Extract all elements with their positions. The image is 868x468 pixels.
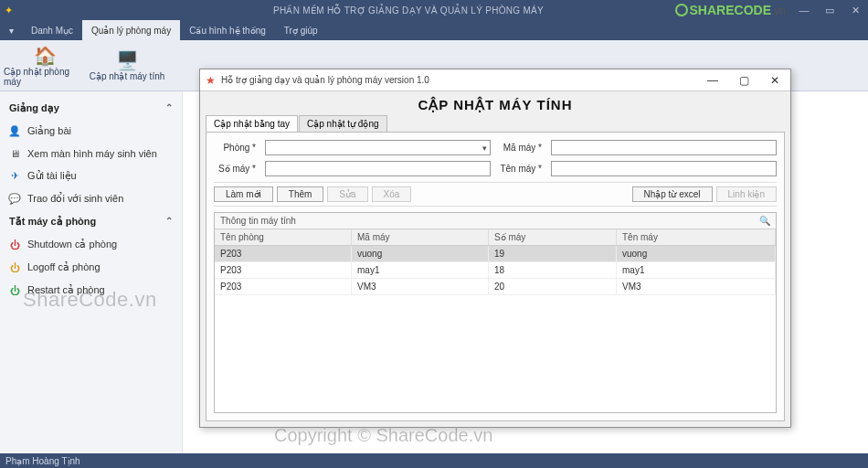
sidebar-item-traodoi[interactable]: 💬 Trao đổi với sinh viên <box>0 187 182 210</box>
dialog-maximize-button[interactable]: ▢ <box>728 74 759 87</box>
sidebar: Giảng dạy ⌃ 👤 Giảng bài 🖥 Xem màn hình m… <box>0 91 183 453</box>
cell-tenphong: P203 <box>215 262 352 278</box>
sidebar-item-giangbai[interactable]: 👤 Giảng bài <box>0 120 182 143</box>
sidebar-item-label: Shutdown cả phòng <box>27 239 117 250</box>
cell-somay: 18 <box>489 262 617 278</box>
ribbon-capnhatmaytinh[interactable]: 🖥️ Cập nhật máy tính <box>86 42 168 89</box>
power-icon: ⏻ <box>7 239 22 250</box>
ribbon-label-2: Cập nhật máy tính <box>90 71 165 81</box>
sidebar-group1-title: Giảng dạy <box>9 102 59 114</box>
sidebar-item-shutdown[interactable]: ⏻ Shutdown cả phòng <box>0 233 182 256</box>
btn-xoa: Xóa <box>372 186 412 202</box>
button-row: Làm mới Thêm Sửa Xóa Nhập từ excel Linh … <box>214 182 777 207</box>
btn-sua: Sửa <box>327 186 367 202</box>
dialog-tabs: Cập nhật bằng tay Cập nhật tự động <box>200 115 790 132</box>
menu-quanlyphongmay[interactable]: Quản lý phòng máy <box>82 20 180 40</box>
computer-icon: 🖥️ <box>116 49 139 71</box>
label-somay: Số máy * <box>214 164 256 174</box>
cell-somay: 20 <box>489 279 617 294</box>
dialog-titlebar: ★ Hỗ trợ giảng dạy và quản lý phòng máy … <box>200 69 790 91</box>
sidebar-group-giangday[interactable]: Giảng dạy ⌃ <box>0 97 182 120</box>
sidebar-item-label: Gửi tài liệu <box>27 170 77 182</box>
cell-tenmay: may1 <box>617 262 776 278</box>
dialog-close-button[interactable]: ✕ <box>759 74 790 87</box>
brand-logo: SHARECODE.vn <box>675 3 786 17</box>
input-tenmay[interactable] <box>551 161 777 176</box>
sidebar-group2-title: Tắt máy cả phòng <box>9 216 96 228</box>
power-icon: ⏻ <box>7 285 22 296</box>
dialog-tab-body: Phòng * ▾ Mã máy * Số máy * Tên máy * Là… <box>206 132 785 421</box>
sidebar-item-xemmanhinh[interactable]: 🖥 Xem màn hình máy sinh viên <box>0 143 182 165</box>
menu-danhmuc[interactable]: Danh Mục <box>22 20 82 40</box>
grid-header: Tên phòng Mã máy Số máy Tên máy <box>215 229 776 246</box>
sidebar-item-guitailieu[interactable]: ✈ Gửi tài liệu <box>0 165 182 187</box>
label-mamay: Mã máy * <box>500 143 542 153</box>
btn-lammoi[interactable]: Làm mới <box>214 186 273 202</box>
col-tenphong[interactable]: Tên phòng <box>215 229 352 245</box>
btn-nhapexcel[interactable]: Nhập từ excel <box>632 186 713 202</box>
menu-cauhinh[interactable]: Cấu hình hệ thống <box>180 20 275 40</box>
col-mamay[interactable]: Mã máy <box>352 229 489 245</box>
input-somay[interactable] <box>265 161 491 176</box>
cell-mamay: may1 <box>352 262 489 278</box>
room-icon: 🏠 <box>34 45 57 67</box>
table-row[interactable]: P203VM320VM3 <box>215 279 776 295</box>
sidebar-item-label: Logoff cả phòng <box>27 261 101 273</box>
sidebar-item-restart[interactable]: ⏻ Restart cả phòng <box>0 279 182 302</box>
cell-mamay: vuong <box>352 246 489 261</box>
dialog-heading: CẬP NHẬT MÁY TÍNH <box>200 91 790 115</box>
sidebar-group-tatmay[interactable]: Tắt máy cả phòng ⌃ <box>0 210 182 233</box>
chevron-up-icon: ⌃ <box>165 216 173 228</box>
minimize-button[interactable]: — <box>791 5 817 16</box>
combo-phong[interactable]: ▾ <box>265 140 491 155</box>
status-user: Phạm Hoàng Tịnh <box>5 456 80 466</box>
tab-capnhatbangtay[interactable]: Cập nhật bằng tay <box>206 115 298 132</box>
tab-capnhattudong[interactable]: Cập nhật tự động <box>299 115 386 132</box>
btn-them[interactable]: Thêm <box>277 186 324 202</box>
cell-somay: 19 <box>489 246 617 261</box>
app-icon: ✦ <box>0 5 16 16</box>
chevron-down-icon: ▾ <box>482 144 487 153</box>
dialog-title: Hỗ trợ giảng dạy và quản lý phòng máy ve… <box>221 75 697 85</box>
cell-tenphong: P203 <box>215 246 352 261</box>
grid-thongtinmaytinh: Thông tin máy tính 🔍 Tên phòng Mã máy Số… <box>214 212 777 413</box>
dialog-minimize-button[interactable]: — <box>697 74 728 87</box>
maximize-button[interactable]: ▭ <box>817 5 842 16</box>
label-phong: Phòng * <box>214 143 256 153</box>
person-icon: 👤 <box>7 125 22 137</box>
cell-tenmay: vuong <box>617 246 776 261</box>
cell-tenmay: VM3 <box>617 279 776 294</box>
chat-icon: 💬 <box>7 193 22 205</box>
star-icon: ★ <box>206 74 216 87</box>
chevron-up-icon: ⌃ <box>165 102 173 114</box>
input-mamay[interactable] <box>551 140 777 155</box>
app-titlebar: ✦ PHẦN MỀM HỖ TRỢ GIẢNG DẠY VÀ QUẢN LÝ P… <box>0 0 868 20</box>
statusbar: Phạm Hoàng Tịnh <box>0 453 868 468</box>
btn-linhkien: Linh kiện <box>716 186 777 202</box>
ribbon-capnhatphongmay[interactable]: 🏠 Cập nhật phòng máy <box>4 42 86 89</box>
cell-tenphong: P203 <box>215 279 352 294</box>
label-tenmay: Tên máy * <box>500 164 542 174</box>
sidebar-item-label: Giảng bài <box>27 125 71 137</box>
col-tenmay[interactable]: Tên máy <box>617 229 776 245</box>
sidebar-item-label: Restart cả phòng <box>27 284 105 296</box>
monitor-icon: 🖥 <box>7 148 22 159</box>
power-icon: ⏻ <box>7 262 22 273</box>
col-somay[interactable]: Số máy <box>489 229 617 245</box>
cell-mamay: VM3 <box>352 279 489 294</box>
sidebar-item-label: Trao đổi với sinh viên <box>27 193 123 205</box>
sidebar-item-logoff[interactable]: ⏻ Logoff cả phòng <box>0 256 182 279</box>
ribbon-label-1: Cập nhật phòng máy <box>4 67 86 87</box>
send-icon: ✈ <box>7 170 22 182</box>
dialog-capnhatmaytinh: ★ Hỗ trợ giảng dạy và quản lý phòng máy … <box>199 69 791 428</box>
menu-file-icon[interactable]: ▾ <box>0 20 22 40</box>
menu-trogiup[interactable]: Trợ giúp <box>275 20 327 40</box>
grid-caption: Thông tin máy tính <box>220 216 296 226</box>
table-row[interactable]: P203vuong19vuong <box>215 246 776 262</box>
close-button[interactable]: ✕ <box>842 5 868 16</box>
menubar: ▾ Danh Mục Quản lý phòng máy Cấu hình hệ… <box>0 20 868 40</box>
table-row[interactable]: P203may118may1 <box>215 262 776 279</box>
search-icon[interactable]: 🔍 <box>759 216 770 226</box>
sidebar-item-label: Xem màn hình máy sinh viên <box>27 148 157 159</box>
